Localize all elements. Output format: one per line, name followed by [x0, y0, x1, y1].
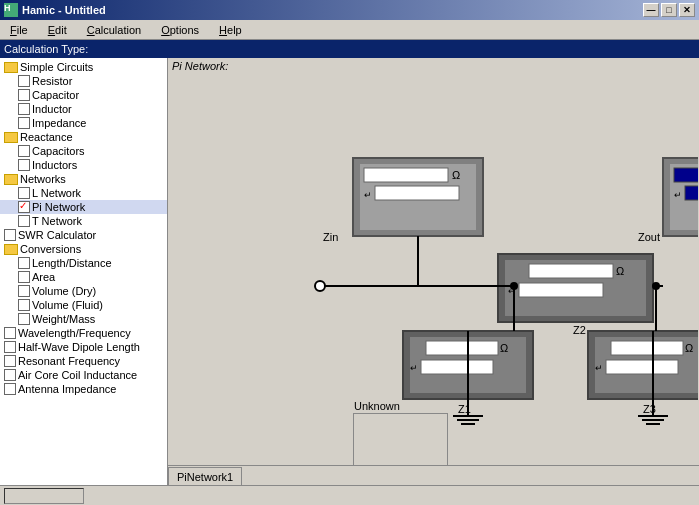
close-button[interactable]: ✕	[679, 3, 695, 17]
checkbox-icon[interactable]	[18, 159, 30, 171]
folder-icon	[4, 132, 18, 143]
svg-text:Ω: Ω	[452, 169, 460, 181]
sidebar-item-simple-circuits[interactable]: Simple Circuits	[0, 60, 167, 74]
svg-rect-9	[674, 168, 698, 182]
checkbox-icon[interactable]	[4, 229, 16, 241]
sidebar-item-label: L Network	[32, 187, 81, 199]
checkbox-icon[interactable]	[4, 355, 16, 367]
svg-text:Zout: Zout	[638, 231, 660, 243]
sidebar-item-capacitors[interactable]: Capacitors	[0, 144, 167, 158]
sidebar-item-networks[interactable]: Networks	[0, 172, 167, 186]
sidebar-item-reactance[interactable]: Reactance	[0, 130, 167, 144]
sidebar-item-label: Resonant Frequency	[18, 355, 120, 367]
sidebar-item-label: Networks	[20, 173, 66, 185]
checkbox-icon[interactable]	[4, 369, 16, 381]
checkbox-icon[interactable]	[4, 341, 16, 353]
sidebar-item-label: Half-Wave Dipole Length	[18, 341, 140, 353]
sidebar-item-weight[interactable]: Weight/Mass	[0, 312, 167, 326]
checkbox-icon[interactable]	[18, 215, 30, 227]
menu-calculation[interactable]: Calculation	[81, 22, 147, 38]
sidebar-item-resonant[interactable]: Resonant Frequency	[0, 354, 167, 368]
menu-help[interactable]: Help	[213, 22, 248, 38]
sidebar-item-capacitor[interactable]: Capacitor	[0, 88, 167, 102]
svg-text:Z2: Z2	[573, 324, 586, 336]
sidebar-item-impedance[interactable]: Impedance	[0, 116, 167, 130]
svg-rect-12	[685, 186, 698, 200]
sidebar-item-conversions[interactable]: Conversions	[0, 242, 167, 256]
checkbox-icon[interactable]	[18, 117, 30, 129]
app-icon: H	[4, 3, 18, 17]
window-title: Hamic - Untitled	[22, 4, 106, 16]
checkbox-icon[interactable]	[18, 75, 30, 87]
sidebar-item-label: Conversions	[20, 243, 81, 255]
sidebar-item-inductors[interactable]: Inductors	[0, 158, 167, 172]
sidebar-item-label: Resistor	[32, 75, 72, 87]
menu-file[interactable]: File	[4, 22, 34, 38]
sidebar-item-pi-network[interactable]: Pi Network	[0, 200, 167, 214]
menu-options[interactable]: Options	[155, 22, 205, 38]
menu-edit[interactable]: Edit	[42, 22, 73, 38]
sidebar-item-aircore[interactable]: Air Core Coil Inductance	[0, 368, 167, 382]
sidebar-item-t-network[interactable]: T Network	[0, 214, 167, 228]
sidebar-item-label: T Network	[32, 215, 82, 227]
calc-type-bar: Calculation Type:	[0, 40, 699, 58]
checkbox-icon[interactable]	[4, 327, 16, 339]
sidebar-item-label: Length/Distance	[32, 257, 112, 269]
checkbox-icon[interactable]	[4, 383, 16, 395]
sidebar-item-label: Air Core Coil Inductance	[18, 369, 137, 381]
sidebar: Simple Circuits Resistor Capacitor Induc…	[0, 58, 168, 485]
svg-text:Ω: Ω	[616, 265, 624, 277]
checkbox-icon[interactable]	[18, 271, 30, 283]
checkbox-icon[interactable]	[18, 145, 30, 157]
pi-network-diagram: Ω ↵ Zin Ω ↵ Zout Ω ↵ Z2	[168, 76, 698, 456]
minimize-button[interactable]: —	[643, 3, 659, 17]
sidebar-item-antenna[interactable]: Antenna Impedance	[0, 382, 167, 396]
checkbox-icon[interactable]	[18, 299, 30, 311]
checkbox-icon[interactable]	[18, 285, 30, 297]
folder-icon	[4, 62, 18, 73]
sidebar-item-label: Wavelength/Frequency	[18, 327, 131, 339]
checkbox-icon[interactable]	[18, 313, 30, 325]
tab-pinetwork1[interactable]: PiNetwork1	[168, 467, 242, 485]
sidebar-item-volume-dry[interactable]: Volume (Dry)	[0, 284, 167, 298]
sidebar-item-halfwave[interactable]: Half-Wave Dipole Length	[0, 340, 167, 354]
maximize-button[interactable]: □	[661, 3, 677, 17]
checkbox-icon[interactable]	[18, 187, 30, 199]
sidebar-item-label: Volume (Dry)	[32, 285, 96, 297]
svg-rect-26	[421, 360, 493, 374]
svg-text:Zin: Zin	[323, 231, 338, 243]
sidebar-item-label: Inductors	[32, 159, 77, 171]
svg-rect-33	[606, 360, 678, 374]
svg-text:Ω: Ω	[500, 342, 508, 354]
menu-bar: File Edit Calculation Options Help	[0, 20, 699, 40]
sidebar-item-label: Volume (Fluid)	[32, 299, 103, 311]
sidebar-item-length[interactable]: Length/Distance	[0, 256, 167, 270]
sidebar-item-wavelength[interactable]: Wavelength/Frequency	[0, 326, 167, 340]
sidebar-item-area[interactable]: Area	[0, 270, 167, 284]
svg-rect-5	[375, 186, 459, 200]
status-bar	[0, 485, 699, 505]
folder-icon	[4, 244, 18, 255]
unknown-label: Unknown	[354, 400, 400, 412]
svg-rect-23	[426, 341, 498, 355]
svg-rect-16	[529, 264, 613, 278]
main-layout: Simple Circuits Resistor Capacitor Induc…	[0, 58, 699, 485]
sidebar-item-label: Reactance	[20, 131, 73, 143]
status-panel	[4, 488, 84, 504]
red-check-icon[interactable]	[18, 201, 30, 213]
svg-rect-2	[364, 168, 448, 182]
checkbox-icon[interactable]	[18, 103, 30, 115]
sidebar-item-l-network[interactable]: L Network	[0, 186, 167, 200]
sidebar-item-swr[interactable]: SWR Calculator	[0, 228, 167, 242]
svg-text:↵: ↵	[595, 363, 603, 373]
checkbox-icon[interactable]	[18, 89, 30, 101]
calc-type-label: Calculation Type:	[4, 43, 88, 55]
sidebar-item-label: Simple Circuits	[20, 61, 93, 73]
sidebar-item-resistor[interactable]: Resistor	[0, 74, 167, 88]
svg-rect-30	[611, 341, 683, 355]
checkbox-icon[interactable]	[18, 257, 30, 269]
svg-text:↵: ↵	[410, 363, 418, 373]
sidebar-item-volume-fluid[interactable]: Volume (Fluid)	[0, 298, 167, 312]
sidebar-item-inductor[interactable]: Inductor	[0, 102, 167, 116]
svg-text:↵: ↵	[364, 190, 372, 200]
